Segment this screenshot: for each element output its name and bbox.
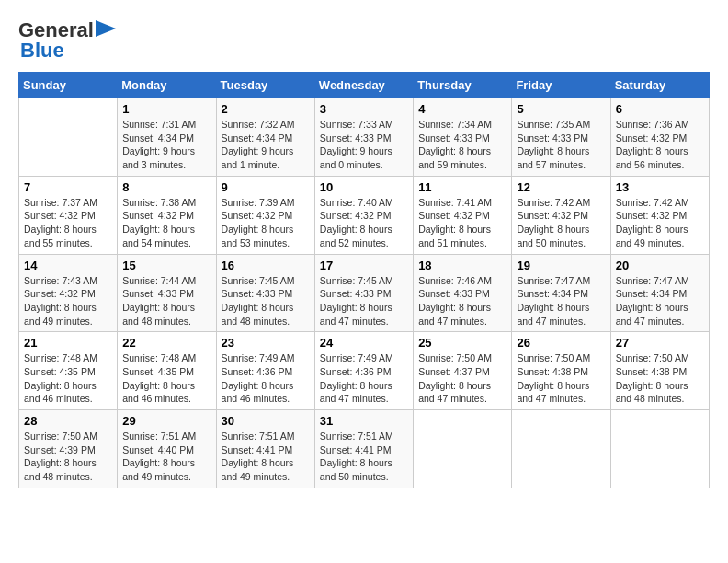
calendar-cell: 17Sunrise: 7:45 AMSunset: 4:33 PMDayligh…	[314, 254, 413, 332]
day-info: Sunrise: 7:34 AMSunset: 4:33 PMDaylight:…	[418, 118, 506, 172]
day-info: Sunrise: 7:50 AMSunset: 4:38 PMDaylight:…	[517, 351, 605, 406]
day-info: Sunrise: 7:47 AMSunset: 4:34 PMDaylight:…	[616, 274, 704, 328]
calendar-week-3: 21Sunrise: 7:48 AMSunset: 4:35 PMDayligh…	[19, 332, 710, 410]
calendar-cell: 10Sunrise: 7:40 AMSunset: 4:32 PMDayligh…	[314, 176, 413, 254]
logo: General Blue	[18, 18, 116, 63]
day-info: Sunrise: 7:38 AMSunset: 4:32 PMDaylight:…	[122, 196, 210, 250]
day-number: 8	[122, 180, 210, 194]
day-info: Sunrise: 7:36 AMSunset: 4:32 PMDaylight:…	[616, 118, 704, 172]
day-number: 18	[418, 259, 506, 272]
day-info: Sunrise: 7:42 AMSunset: 4:32 PMDaylight:…	[616, 196, 704, 250]
calendar-week-2: 14Sunrise: 7:43 AMSunset: 4:32 PMDayligh…	[19, 254, 710, 332]
calendar-cell	[512, 410, 610, 488]
calendar-cell: 16Sunrise: 7:45 AMSunset: 4:33 PMDayligh…	[216, 254, 314, 332]
column-header-monday: Monday	[118, 73, 216, 98]
calendar-cell: 23Sunrise: 7:49 AMSunset: 4:36 PMDayligh…	[216, 332, 314, 410]
day-number: 24	[320, 336, 408, 350]
calendar-cell: 26Sunrise: 7:50 AMSunset: 4:38 PMDayligh…	[512, 332, 610, 410]
logo-arrow-icon	[96, 20, 116, 37]
day-info: Sunrise: 7:51 AMSunset: 4:41 PMDaylight:…	[222, 430, 310, 484]
calendar-cell: 11Sunrise: 7:41 AMSunset: 4:32 PMDayligh…	[414, 176, 512, 254]
calendar-body: 1Sunrise: 7:31 AMSunset: 4:34 PMDaylight…	[19, 98, 710, 488]
column-header-sunday: Sunday	[19, 73, 118, 98]
day-info: Sunrise: 7:37 AMSunset: 4:32 PMDaylight:…	[24, 196, 112, 250]
calendar-cell: 20Sunrise: 7:47 AMSunset: 4:34 PMDayligh…	[610, 254, 709, 332]
column-header-thursday: Thursday	[414, 73, 512, 98]
day-info: Sunrise: 7:51 AMSunset: 4:41 PMDaylight:…	[320, 430, 408, 484]
day-number: 20	[616, 259, 704, 272]
column-header-wednesday: Wednesday	[314, 73, 413, 98]
day-info: Sunrise: 7:31 AMSunset: 4:34 PMDaylight:…	[122, 118, 210, 172]
calendar-week-4: 28Sunrise: 7:50 AMSunset: 4:39 PMDayligh…	[19, 410, 710, 488]
day-number: 13	[616, 180, 704, 194]
calendar-cell	[414, 410, 512, 488]
calendar-cell: 28Sunrise: 7:50 AMSunset: 4:39 PMDayligh…	[19, 410, 118, 488]
day-number: 4	[418, 102, 506, 116]
calendar-cell: 29Sunrise: 7:51 AMSunset: 4:40 PMDayligh…	[118, 410, 216, 488]
day-number: 31	[320, 414, 408, 428]
calendar-cell	[19, 98, 118, 177]
logo-blue: Blue	[20, 39, 64, 63]
calendar-cell: 7Sunrise: 7:37 AMSunset: 4:32 PMDaylight…	[19, 176, 118, 254]
day-info: Sunrise: 7:45 AMSunset: 4:33 PMDaylight:…	[222, 274, 310, 328]
day-info: Sunrise: 7:44 AMSunset: 4:33 PMDaylight:…	[122, 274, 210, 328]
day-number: 15	[122, 259, 210, 272]
day-info: Sunrise: 7:48 AMSunset: 4:35 PMDaylight:…	[122, 351, 210, 406]
day-number: 19	[517, 259, 605, 272]
day-number: 11	[418, 180, 506, 194]
day-info: Sunrise: 7:43 AMSunset: 4:32 PMDaylight:…	[24, 274, 112, 328]
calendar-cell: 18Sunrise: 7:46 AMSunset: 4:33 PMDayligh…	[414, 254, 512, 332]
day-number: 17	[320, 259, 408, 272]
day-info: Sunrise: 7:32 AMSunset: 4:34 PMDaylight:…	[222, 118, 310, 172]
calendar-cell: 19Sunrise: 7:47 AMSunset: 4:34 PMDayligh…	[512, 254, 610, 332]
day-number: 28	[24, 414, 112, 428]
calendar-cell: 24Sunrise: 7:49 AMSunset: 4:36 PMDayligh…	[314, 332, 413, 410]
day-number: 5	[517, 102, 605, 116]
calendar-cell: 4Sunrise: 7:34 AMSunset: 4:33 PMDaylight…	[414, 98, 512, 177]
day-number: 16	[222, 259, 310, 272]
calendar-cell: 14Sunrise: 7:43 AMSunset: 4:32 PMDayligh…	[19, 254, 118, 332]
calendar-cell: 8Sunrise: 7:38 AMSunset: 4:32 PMDaylight…	[118, 176, 216, 254]
calendar-cell: 13Sunrise: 7:42 AMSunset: 4:32 PMDayligh…	[610, 176, 709, 254]
day-info: Sunrise: 7:46 AMSunset: 4:33 PMDaylight:…	[418, 274, 506, 328]
calendar-header: SundayMondayTuesdayWednesdayThursdayFrid…	[19, 73, 710, 98]
day-number: 14	[24, 259, 112, 272]
calendar-cell: 5Sunrise: 7:35 AMSunset: 4:33 PMDaylight…	[512, 98, 610, 177]
day-info: Sunrise: 7:39 AMSunset: 4:32 PMDaylight:…	[222, 196, 310, 250]
day-number: 26	[517, 336, 605, 350]
calendar-cell: 25Sunrise: 7:50 AMSunset: 4:37 PMDayligh…	[414, 332, 512, 410]
calendar-cell: 30Sunrise: 7:51 AMSunset: 4:41 PMDayligh…	[216, 410, 314, 488]
calendar-cell: 3Sunrise: 7:33 AMSunset: 4:33 PMDaylight…	[314, 98, 413, 177]
day-info: Sunrise: 7:47 AMSunset: 4:34 PMDaylight:…	[517, 274, 605, 328]
calendar-cell: 27Sunrise: 7:50 AMSunset: 4:38 PMDayligh…	[610, 332, 709, 410]
calendar-cell: 9Sunrise: 7:39 AMSunset: 4:32 PMDaylight…	[216, 176, 314, 254]
calendar-cell: 31Sunrise: 7:51 AMSunset: 4:41 PMDayligh…	[314, 410, 413, 488]
calendar-cell	[610, 410, 709, 488]
day-number: 9	[222, 180, 310, 194]
day-number: 1	[122, 102, 210, 116]
calendar-cell: 15Sunrise: 7:44 AMSunset: 4:33 PMDayligh…	[118, 254, 216, 332]
calendar-cell: 2Sunrise: 7:32 AMSunset: 4:34 PMDaylight…	[216, 98, 314, 177]
day-info: Sunrise: 7:51 AMSunset: 4:40 PMDaylight:…	[122, 430, 210, 484]
calendar-cell: 12Sunrise: 7:42 AMSunset: 4:32 PMDayligh…	[512, 176, 610, 254]
calendar-cell: 6Sunrise: 7:36 AMSunset: 4:32 PMDaylight…	[610, 98, 709, 177]
calendar-table: SundayMondayTuesdayWednesdayThursdayFrid…	[18, 72, 710, 488]
day-number: 25	[418, 336, 506, 350]
day-info: Sunrise: 7:50 AMSunset: 4:37 PMDaylight:…	[418, 351, 506, 406]
day-number: 2	[222, 102, 310, 116]
day-info: Sunrise: 7:45 AMSunset: 4:33 PMDaylight:…	[320, 274, 408, 328]
calendar-cell: 21Sunrise: 7:48 AMSunset: 4:35 PMDayligh…	[19, 332, 118, 410]
day-info: Sunrise: 7:42 AMSunset: 4:32 PMDaylight:…	[517, 196, 605, 250]
day-info: Sunrise: 7:41 AMSunset: 4:32 PMDaylight:…	[418, 196, 506, 250]
page-header: General Blue	[18, 18, 710, 63]
day-info: Sunrise: 7:33 AMSunset: 4:33 PMDaylight:…	[320, 118, 408, 172]
day-number: 21	[24, 336, 112, 350]
column-header-tuesday: Tuesday	[216, 73, 314, 98]
day-number: 3	[320, 102, 408, 116]
day-info: Sunrise: 7:49 AMSunset: 4:36 PMDaylight:…	[222, 351, 310, 406]
day-number: 29	[122, 414, 210, 428]
calendar-week-0: 1Sunrise: 7:31 AMSunset: 4:34 PMDaylight…	[19, 98, 710, 177]
day-number: 6	[616, 102, 704, 116]
column-header-saturday: Saturday	[610, 73, 709, 98]
day-number: 10	[320, 180, 408, 194]
